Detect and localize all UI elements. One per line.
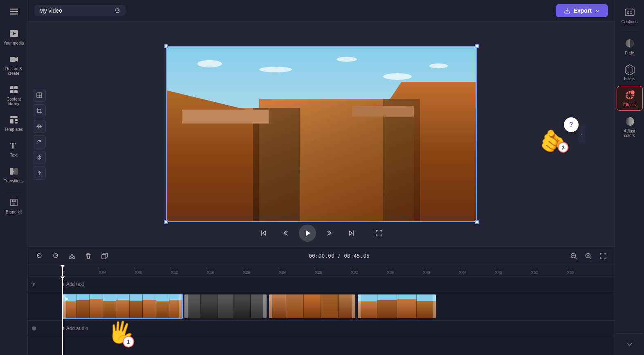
svg-rect-16 <box>10 168 13 175</box>
svg-rect-9 <box>10 90 13 93</box>
annotation-badge-2: 2 <box>557 141 569 153</box>
video-clip-3[interactable] <box>268 294 356 319</box>
crop-tool[interactable] <box>33 104 46 117</box>
sidebar-item-transitions[interactable]: Transitions <box>1 162 27 186</box>
video-clip-4[interactable] <box>357 294 437 319</box>
clip3-right-handle[interactable] <box>352 294 355 318</box>
effects-label: Effects <box>623 103 635 107</box>
right-panel: CC Captions Fade <box>615 0 644 355</box>
redo-button[interactable] <box>49 249 62 263</box>
right-panel-fade[interactable]: Fade <box>617 34 643 58</box>
rotate-tool[interactable] <box>33 135 46 148</box>
audio-track-label <box>28 326 62 331</box>
corner-handle-br[interactable] <box>475 220 479 224</box>
clip1-play-icon: ▶ <box>65 296 69 301</box>
ruler-mark-1: 0:04 <box>98 270 134 274</box>
select-tool[interactable] <box>33 89 46 102</box>
add-audio-button[interactable]: + Add audio <box>62 326 88 331</box>
sidebar-item-content-library[interactable]: Content library <box>1 81 27 109</box>
add-text-button[interactable]: + Add text <box>62 281 84 287</box>
text-track-label: T <box>28 281 62 287</box>
audio-track-content: + Add audio <box>62 321 615 336</box>
duplicate-button[interactable] <box>98 249 111 263</box>
sidebar-divider <box>6 190 22 190</box>
right-panel-captions[interactable]: CC Captions <box>617 3 643 27</box>
zoom-in-button[interactable] <box>582 249 595 263</box>
skip-to-end-button[interactable] <box>344 226 359 240</box>
zoom-out-button[interactable] <box>567 249 580 263</box>
ruler-mark-9: 0:36 <box>386 270 422 274</box>
shadow-2 <box>383 99 420 221</box>
video-clip-2[interactable] <box>184 294 267 319</box>
right-panel-effects[interactable]: Effects <box>617 86 643 111</box>
text-track-row: T + Add text <box>28 276 615 292</box>
video-title-input[interactable] <box>39 7 111 14</box>
svg-point-20 <box>14 200 16 202</box>
rewind-button[interactable] <box>278 226 292 240</box>
help-button[interactable]: ? <box>564 117 579 132</box>
clip4-right-handle[interactable] <box>433 294 436 318</box>
clip1-right-handle[interactable] <box>179 294 182 318</box>
collapse-panel-button[interactable]: ‹ <box>579 126 585 142</box>
corner-handle-tl[interactable] <box>164 44 168 48</box>
hamburger-menu[interactable] <box>1 3 27 20</box>
fast-forward-button[interactable] <box>323 226 337 240</box>
sidebar-item-brand-kit[interactable]: Brand kit <box>1 193 27 218</box>
svg-text:T: T <box>10 141 16 150</box>
delete-button[interactable] <box>82 249 95 263</box>
ruler-mark-0: 0 <box>62 270 98 274</box>
svg-rect-12 <box>10 119 13 124</box>
svg-rect-13 <box>15 119 18 121</box>
svg-rect-5 <box>10 57 16 62</box>
sidebar-label-your-media: Your media <box>3 41 24 45</box>
sidebar-item-your-media[interactable]: Your media <box>1 25 27 49</box>
cloud-5 <box>429 63 448 68</box>
chevron-down-icon <box>626 340 634 348</box>
svg-text:CC: CC <box>627 11 632 15</box>
right-panel-divider-1 <box>622 31 638 31</box>
fullscreen-button[interactable] <box>372 226 386 240</box>
ruler-mark-8: 0:32 <box>350 270 386 274</box>
zoom-controls <box>567 249 610 263</box>
flip-vertical-tool[interactable] <box>33 151 46 164</box>
ruler-mark-10: 0:40 <box>422 270 458 274</box>
filters-icon <box>624 63 635 75</box>
video-canvas[interactable] <box>166 46 477 222</box>
svg-point-26 <box>70 256 72 258</box>
templates-icon <box>8 114 20 126</box>
undo-button[interactable] <box>33 249 46 263</box>
title-area[interactable] <box>34 5 126 16</box>
sidebar-label-text: Text <box>10 153 17 157</box>
text-icon: T <box>8 140 20 151</box>
right-panel-adjust-colors[interactable]: Adjust colors <box>617 112 643 141</box>
clip3-left-handle[interactable] <box>269 294 272 318</box>
sidebar-item-record-create[interactable]: Record & create <box>1 50 27 79</box>
play-button[interactable] <box>299 225 316 242</box>
corner-handle-tr[interactable] <box>475 44 479 48</box>
trim-tool[interactable] <box>33 166 46 180</box>
sidebar-item-templates[interactable]: Templates <box>1 111 27 135</box>
clip4-left-handle[interactable] <box>358 294 361 318</box>
title-sync-icon <box>114 7 121 14</box>
corner-handle-bl[interactable] <box>164 220 168 224</box>
ruler-mark-5: 0:20 <box>242 270 278 274</box>
clip2-left-handle[interactable] <box>184 294 188 318</box>
flip-tool[interactable] <box>33 120 46 133</box>
fit-to-view-button[interactable] <box>597 249 610 263</box>
effects-red-dot <box>631 90 635 94</box>
svg-rect-14 <box>15 122 18 124</box>
export-button[interactable]: Export <box>556 4 608 17</box>
clip2-right-handle[interactable] <box>263 294 267 318</box>
svg-rect-17 <box>14 168 18 175</box>
ruler-mark-4: 0:16 <box>206 270 242 274</box>
video-clip-1[interactable]: ▶ <box>62 294 183 319</box>
right-panel-expand[interactable] <box>617 337 643 352</box>
skip-to-start-button[interactable] <box>256 226 271 240</box>
filters-label: Filters <box>624 76 635 81</box>
playback-controls <box>256 225 386 242</box>
canvas-area: 16:9 <box>28 21 615 247</box>
mesa-2 <box>352 106 414 117</box>
cut-button[interactable] <box>65 249 79 263</box>
right-panel-filters[interactable]: Filters <box>617 60 643 84</box>
sidebar-item-text[interactable]: T Text <box>1 137 27 161</box>
